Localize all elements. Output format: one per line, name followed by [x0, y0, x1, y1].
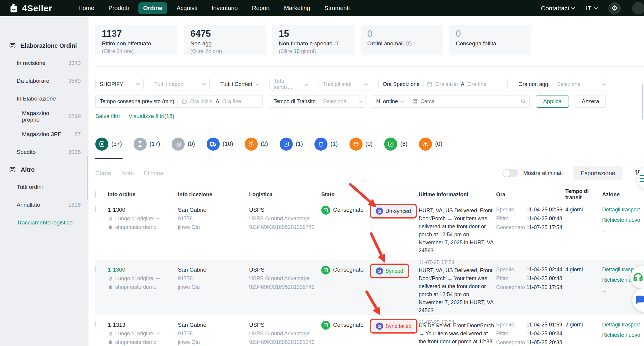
sidebar-item-magazzino-proprio[interactable]: Magazzino proprio5749 [0, 108, 88, 125]
nav-report[interactable]: Report [247, 2, 275, 14]
nav-prodotti[interactable]: Prodotti [104, 2, 134, 14]
sidebar-item-annullato[interactable]: Annullato1616 [0, 196, 88, 214]
sidebar-item-magazzino-3pf[interactable]: Magazzino 3PF87 [0, 125, 88, 143]
chevron-down-icon [359, 99, 363, 103]
shipping-service: USPS Ground Advantage [249, 216, 321, 222]
row-checkbox[interactable] [95, 206, 96, 212]
warning-icon [422, 141, 429, 147]
export-button[interactable]: Esportazione [573, 166, 623, 180]
pickup-time: 11-04-25 00:48 [526, 216, 562, 222]
col-tempo-transit: Tempo di transit [565, 188, 602, 201]
clear-button[interactable]: Azzera [575, 95, 606, 108]
tab-exception[interactable]: (0) [349, 129, 373, 159]
brand-logo[interactable]: 4Seller [8, 3, 52, 14]
transit-days: 4 giorni [565, 267, 602, 326]
sidebar-item-tutti-ordini[interactable]: Tutti ordini [0, 178, 88, 196]
states-select[interactable]: Tutti gli stati [319, 78, 372, 90]
filter-row-1: SHOPIFY Tutti i negozi Tutti i Corrieri … [95, 78, 644, 90]
order-number[interactable]: 1-1313 [108, 322, 178, 328]
sidebar-section-altro: Altro [0, 161, 88, 178]
contact-dropdown[interactable]: Contattaci [541, 5, 575, 12]
platform-select[interactable]: SHOPIFY [95, 78, 144, 90]
carriers-select[interactable]: Tutti i Corrieri [216, 78, 263, 90]
order-box-icon [9, 166, 16, 173]
row-checkbox[interactable] [95, 266, 96, 272]
page-scrollbar[interactable] [642, 84, 643, 119]
ship-time-range[interactable]: Ora inizio A Ora fine [423, 78, 504, 90]
stat-card-anomali[interactable]: 0 Ordini anomali? [361, 25, 443, 55]
nav-strumenti[interactable]: Strumenti [319, 2, 355, 14]
tab-pickup[interactable]: (1) [280, 129, 303, 159]
order-number[interactable]: 1-1300 [108, 207, 178, 213]
sync-status-badge[interactable]: S Sync failed [373, 321, 414, 331]
sidebar-scrollbar[interactable] [87, 156, 88, 200]
tab-all-orders[interactable]: (37) [95, 129, 122, 159]
help-icon[interactable]: ? [335, 41, 340, 46]
tab-expiring[interactable]: (2) [245, 129, 268, 159]
view-filters-link[interactable]: Visualizza filtri(18) [129, 113, 174, 119]
shipping-details-link[interactable]: Dettagli trasport [602, 207, 644, 213]
status-label: Consegnato [333, 207, 363, 213]
nav-ordine[interactable]: Ordine [138, 2, 167, 14]
show-deleted-toggle[interactable] [502, 169, 518, 177]
bulk-search-button[interactable]: Cerca [95, 170, 111, 177]
more-actions-link[interactable]: ... [602, 342, 644, 346]
expected-delivery-range[interactable]: Ora inizio A Ora fine [177, 95, 260, 107]
stat-card-non-firmato[interactable]: 15 Non firmato e spedito? (Oltre 10 gior… [272, 25, 355, 55]
chevron-down-icon [364, 82, 368, 86]
sidebar-item-spedito[interactable]: Spedito3038 [0, 143, 88, 161]
apply-button[interactable]: Applica [536, 95, 569, 108]
sync-status-badge[interactable]: S Synced [373, 266, 406, 276]
services-select[interactable]: Tutti i serviz... [269, 78, 312, 90]
search-input[interactable] [420, 98, 518, 105]
sidebar-item-tracciamento-logistico[interactable]: Tracciamento logistico [0, 214, 88, 232]
settings-button[interactable]: ⚙ [608, 2, 621, 15]
brand-name: 4Seller [22, 3, 52, 13]
nav-inventario[interactable]: Inventario [207, 2, 243, 14]
save-filters-link[interactable]: Salva filtri [95, 113, 120, 119]
bulk-delete-button[interactable]: Elimina [144, 170, 164, 177]
nav-home[interactable]: Home [74, 2, 99, 14]
sidebar-item-in-elaborazione[interactable]: In Elaborazione [0, 90, 88, 108]
delivered-status-icon [321, 266, 330, 275]
row-checkbox[interactable] [95, 321, 96, 327]
avatar[interactable] [632, 2, 644, 15]
language-dropdown[interactable]: IT [586, 5, 597, 12]
nav-marketing[interactable]: Marketing [279, 2, 315, 14]
sync-status-badge[interactable]: S Un-synced [373, 206, 414, 216]
last-tracking-time: 11-07-25 17:54 [419, 259, 495, 267]
gear-icon: ⚙ [612, 4, 618, 12]
tracking-number[interactable]: 9234690391695201305742 [249, 224, 321, 230]
tab-not-found[interactable]: (0) [172, 129, 195, 159]
receiver-zip: 91776 [178, 216, 249, 222]
search-icon[interactable] [520, 99, 526, 104]
not-updated-select[interactable]: Seleziona [553, 78, 605, 90]
tab-pending[interactable]: (17) [134, 129, 160, 159]
more-actions-link[interactable]: ... [602, 227, 644, 234]
sidebar-item-in-revisione[interactable]: In revisione3343 [0, 54, 88, 72]
carrier: USPS [249, 267, 321, 273]
order-number[interactable]: 1-1300 [108, 267, 178, 273]
new-request-link[interactable]: Richieste nuovo [602, 332, 644, 338]
tab-delivering[interactable]: (1) [314, 129, 338, 159]
new-request-link[interactable]: Richieste nuovo [602, 217, 644, 223]
shipping-details-link[interactable]: Dettagli trasport [602, 322, 644, 328]
stat-card-consegna-fallita[interactable]: 0 Consegna fallita [449, 25, 531, 55]
col-logistica: Logistica [249, 192, 321, 198]
help-icon[interactable]: ? [406, 41, 412, 46]
nav-acquisti[interactable]: Acquisti [172, 2, 202, 14]
tab-alert[interactable]: (0) [419, 129, 442, 159]
stores-select[interactable]: Tutti i negozi [150, 78, 210, 90]
tracking-number[interactable]: 9234690391695201261246 [249, 339, 321, 345]
transit-time-select[interactable]: Seleziona [319, 95, 362, 107]
stat-card-ritiro[interactable]: 1137 Ritiro non effettuato (Oltre 24 ore… [95, 25, 178, 55]
sidebar-item-da-elaborare[interactable]: Da elaborare3549 [0, 72, 88, 90]
select-all-checkbox[interactable] [95, 191, 96, 198]
filter-links: Salva filtri Visualizza filtri(18) [95, 113, 644, 119]
tracking-number[interactable]: 9234690391695201305742 [249, 284, 321, 290]
stat-card-non-agg[interactable]: 6475 Non agg. (Oltre 24 ore) [184, 25, 266, 55]
tab-delivered[interactable]: (6) [384, 129, 407, 159]
tab-in-transit[interactable]: (10) [207, 129, 233, 159]
chevron-down-icon [255, 82, 259, 86]
bulk-note-button[interactable]: Note [121, 170, 134, 177]
